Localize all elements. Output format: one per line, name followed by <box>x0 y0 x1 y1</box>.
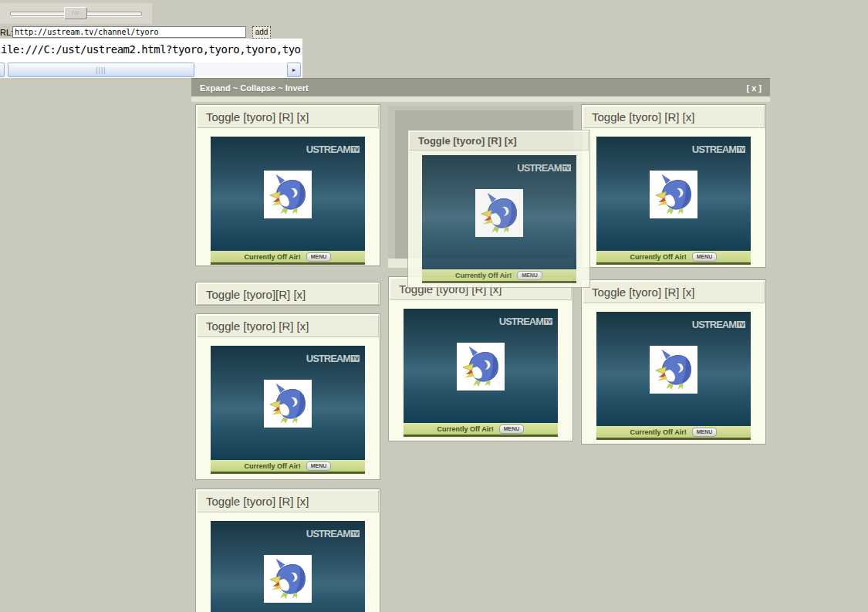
ustream-player: USTREAMTV <box>211 521 365 612</box>
panel-header[interactable]: Toggle [tyoro] [R] [x] <box>197 490 379 512</box>
menu-button[interactable]: MENU <box>692 428 718 437</box>
blue-bird-icon <box>264 555 312 603</box>
widget-body-top-strip <box>191 96 770 102</box>
menu-button[interactable]: MENU <box>306 252 332 262</box>
blue-bird-icon <box>475 189 523 237</box>
panel-title[interactable]: Toggle [tyoro][R] [x] <box>206 288 306 301</box>
url-bar: RL: add <box>0 25 302 39</box>
panel-header[interactable]: Toggle [tyoro] [R] [x] <box>197 315 379 337</box>
ustream-logo-text: USTREAM <box>306 144 350 155</box>
tv-badge-icon: TV <box>351 355 360 362</box>
channel-image <box>475 189 523 237</box>
panel-title[interactable]: Toggle [tyoro] [R] [x] <box>418 135 517 147</box>
tv-badge-icon: TV <box>544 318 552 325</box>
ustream-logo: USTREAMTV <box>306 351 360 365</box>
panel-title[interactable]: Toggle [tyoro] [R] [x] <box>206 110 309 123</box>
channel-image <box>264 555 312 603</box>
panel-header[interactable]: Toggle [tyoro] [R] [x] <box>197 106 379 128</box>
video-area: USTREAMTV <box>404 309 558 423</box>
panel-title[interactable]: Toggle [tyoro] [R] [x] <box>206 320 309 333</box>
video-area: USTREAMTV <box>422 155 576 269</box>
widget-titlebar: Expand ~ Collapse ~ Invert [ x ] <box>191 78 770 96</box>
tv-badge-icon: TV <box>351 146 360 153</box>
tv-badge-icon: TV <box>562 164 571 171</box>
ustream-logo: USTREAMTV <box>692 317 745 331</box>
offair-bar: Currently Off Air! MENU <box>596 251 751 265</box>
menu-button[interactable]: MENU <box>517 271 542 280</box>
offair-bar: Currently Off Air! MENU <box>404 423 558 437</box>
add-button[interactable]: add <box>252 26 271 39</box>
ustream-logo-text: USTREAM <box>692 144 736 155</box>
panel-header[interactable]: Toggle [tyoro] [R] [x] <box>409 131 589 150</box>
offair-bar: Currently Off Air! MENU <box>596 426 751 440</box>
zoom-slider: /// <box>0 3 152 24</box>
scrollbar-thumb[interactable]: |||| <box>8 63 194 77</box>
offair-status: Currently Off Air! <box>245 462 301 470</box>
tv-badge-icon: TV <box>351 530 360 537</box>
offair-status: Currently Off Air! <box>630 428 687 436</box>
stream-panel: Toggle [tyoro] [R] [x] USTREAMTV <box>195 104 380 266</box>
panel-title[interactable]: Toggle [tyoro] [R] [x] <box>592 110 694 123</box>
channel-image <box>457 343 505 391</box>
offair-status: Currently Off Air! <box>245 253 301 261</box>
ustream-logo-text: USTREAM <box>692 319 736 330</box>
tv-badge-icon: TV <box>737 146 745 153</box>
video-area: USTREAMTV <box>211 346 365 460</box>
offair-bar: Currently Off Air! MENU <box>211 251 365 265</box>
offair-bar: Currently Off Air! MENU <box>422 269 576 283</box>
scroll-left-button[interactable]: ◂ <box>0 63 5 77</box>
stream-panel: Toggle [tyoro] [R] [x] USTREAMTV <box>195 313 380 480</box>
video-area: USTREAMTV <box>596 137 751 251</box>
close-button[interactable]: [ x ] <box>746 83 762 93</box>
ustream-logo-text: USTREAM <box>306 353 350 364</box>
menu-button[interactable]: MENU <box>499 424 525 434</box>
video-area: USTREAMTV <box>211 137 365 251</box>
ustream-logo: USTREAMTV <box>306 526 360 540</box>
scroll-right-button[interactable]: ▸ <box>287 63 301 77</box>
stream-panel: Toggle [tyoro] [R] [x] USTREAMTV <box>407 130 590 288</box>
menu-button[interactable]: MENU <box>692 252 718 262</box>
blue-bird-icon <box>457 343 505 391</box>
ustream-player: USTREAMTV <box>422 155 576 283</box>
channel-image <box>264 380 312 428</box>
stream-panel: Toggle [tyoro] [R] [x] USTREAMTV <box>581 279 766 445</box>
tv-badge-icon: TV <box>737 321 745 328</box>
channel-image <box>650 346 697 394</box>
desktop: /// RL: add ile:///C:/ust/ustream2.html?… <box>0 0 868 612</box>
ustream-logo-text: USTREAM <box>306 528 350 539</box>
offair-status: Currently Off Air! <box>630 253 687 261</box>
stream-panel: Toggle [tyoro][R] [x] <box>195 282 380 306</box>
blue-bird-icon <box>264 171 312 218</box>
menu-button[interactable]: MENU <box>306 462 332 471</box>
stream-panel: Toggle [tyoro] [R] [x] USTREAMTV <box>388 276 573 441</box>
video-area: USTREAMTV <box>596 312 751 426</box>
ustream-player: USTREAMTV <box>211 346 365 474</box>
offair-status: Currently Off Air! <box>437 425 494 433</box>
stream-panel: Toggle [tyoro] [R] [x] USTREAMTV <box>581 104 766 268</box>
panel-header[interactable]: Toggle [tyoro] [R] [x] <box>583 106 765 128</box>
slider-thumb[interactable]: /// <box>64 7 87 19</box>
titlebar-commands[interactable]: Expand ~ Collapse ~ Invert <box>200 83 309 93</box>
blue-bird-icon <box>650 346 697 394</box>
ustream-logo: USTREAMTV <box>499 314 552 328</box>
ustream-logo-text: USTREAM <box>499 316 543 327</box>
blue-bird-icon <box>650 171 697 218</box>
ustream-logo-text: USTREAM <box>517 162 561 174</box>
ustream-player: USTREAMTV <box>404 309 558 437</box>
panel-header[interactable]: Toggle [tyoro] [R] [x] <box>583 281 765 303</box>
ustream-player: USTREAMTV <box>596 312 751 440</box>
mini-document: ile:///C:/ust/ustream2.html?tyoro,tyoro,… <box>0 39 302 78</box>
url-input[interactable] <box>12 26 246 38</box>
horizontal-scrollbar[interactable]: ◂ |||| ▸ <box>0 63 301 77</box>
panel-title[interactable]: Toggle [tyoro] [R] [x] <box>206 495 309 508</box>
address-text: ile:///C:/ust/ustream2.html?tyoro,tyoro,… <box>0 39 302 56</box>
blue-bird-icon <box>264 380 312 428</box>
url-label: RL: <box>0 28 13 37</box>
channel-image <box>264 171 312 218</box>
ustream-player: USTREAMTV <box>596 137 751 265</box>
panel-title[interactable]: Toggle [tyoro] [R] [x] <box>592 286 694 299</box>
ustream-logo: USTREAMTV <box>692 142 745 156</box>
ustream-logo: USTREAMTV <box>517 161 570 174</box>
panel-header[interactable]: Toggle [tyoro][R] [x] <box>197 283 379 305</box>
stream-panel: Toggle [tyoro] [R] [x] USTREAMTV <box>195 489 380 612</box>
